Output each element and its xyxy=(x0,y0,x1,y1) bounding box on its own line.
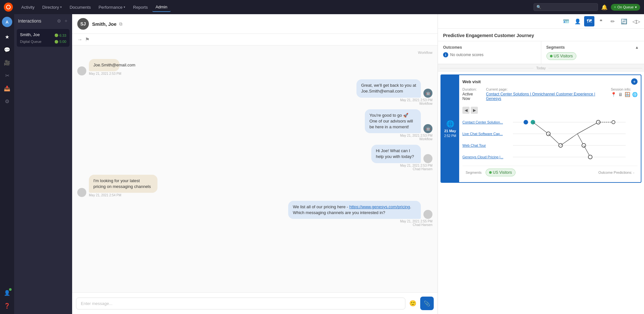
copy-icon[interactable]: ⧉ xyxy=(119,21,122,27)
journey-node[interactable] xyxy=(588,155,592,159)
svg-line-6 xyxy=(561,134,577,145)
sidebar-icon-chat[interactable]: 💬 xyxy=(1,44,13,55)
journey-title: Predictive Engagement Customer Journey xyxy=(443,33,534,38)
chat-contact-name: Smith, Joe xyxy=(92,21,117,27)
info-icon: i xyxy=(443,52,448,57)
chat-area: SJ Smith, Joe ⧉ → ⚑ Workflow Joe.Smith@e… xyxy=(72,14,438,314)
page-label-2[interactable]: Web Chat Tour xyxy=(462,143,504,147)
sidebar-icon-star[interactable]: ★ xyxy=(1,31,13,43)
nav-reports[interactable]: Reports xyxy=(130,3,151,12)
app-logo xyxy=(4,3,13,12)
msg-avatar xyxy=(77,188,86,197)
interactions-add-icon[interactable]: ＋ xyxy=(64,18,68,24)
journey-header: Predictive Engagement Customer Journey xyxy=(438,29,644,41)
web-visit-details: Duration: Active Now Current page: Conta… xyxy=(462,87,638,101)
web-visit-footer: Segments US Visitors Outcome Predictions… xyxy=(462,166,638,179)
transfer-icon[interactable]: → xyxy=(77,37,82,43)
message-row: We list all of our pricing here - https:… xyxy=(200,201,432,219)
web-visit-content: Web visit + Duration: Active Now Current… xyxy=(459,75,641,182)
location-icon: 📍 xyxy=(611,92,616,97)
main-layout: A ★ 💬 🎥 ✂ 📥 ⚙ 👤 ❓ Interactions ⚙ ＋ Smith… xyxy=(0,14,644,314)
edit-icon[interactable]: ✏ xyxy=(607,16,618,26)
message-group: You're good to go 🚀One of our advisors w… xyxy=(77,109,432,141)
person-icon[interactable]: 👤 xyxy=(573,16,583,26)
right-panel-toolbar: 🪪 👤 🗺 ❝ ✏ 🔄 ◁▷ xyxy=(438,14,644,29)
nav-activity[interactable]: Activity xyxy=(18,3,38,12)
journey-node[interactable] xyxy=(612,121,615,124)
agent-avatar xyxy=(423,210,432,219)
web-visit-card: 🌐 21 May 2:52 PM Web visit + Duration: A… xyxy=(440,74,641,183)
outcomes-segments-area: Outcomes i No outcome scores Segments ▲ … xyxy=(438,41,644,64)
agent-avatar xyxy=(423,154,432,163)
interactions-settings-icon[interactable]: ⚙ xyxy=(57,18,61,24)
bot-avatar: 🤖 xyxy=(423,89,432,98)
nav-performance[interactable]: Performance ▾ xyxy=(95,3,128,12)
page-label-0[interactable]: Contact Center Solution... xyxy=(462,120,504,124)
segments-panel: Segments ▲ US Visitors xyxy=(541,41,644,64)
sidebar-icon-person[interactable]: 👤 xyxy=(1,287,13,299)
status-dot xyxy=(614,6,616,8)
page-label-row: Live Chat Software Cap... xyxy=(462,128,504,140)
svg-line-5 xyxy=(548,134,561,145)
web-visit-time: 2:52 PM xyxy=(444,134,456,138)
web-visit-date-bar: 🌐 21 May 2:52 PM xyxy=(441,75,459,182)
message-row: I'm looking for your latest pricing on m… xyxy=(77,175,432,197)
outcomes-label: Outcomes xyxy=(443,45,536,50)
msg-bubble: We list all of our pricing here - https:… xyxy=(288,201,421,219)
pricing-link[interactable]: https://www.genesys.com/pricing xyxy=(349,204,410,209)
segment-dot xyxy=(550,55,553,57)
segments-collapse-icon[interactable]: ▲ xyxy=(635,45,639,50)
message-group: We list all of our pricing here - https:… xyxy=(77,201,432,227)
top-navigation: Activity Directory ▾ Documents Performan… xyxy=(0,0,644,14)
web-visit-title: Web visit xyxy=(462,79,481,84)
segment-name: US Visitors xyxy=(554,54,573,58)
workflow-label-1: Workflow xyxy=(77,51,432,54)
session-info-detail: Session info: 📍 🖥 🪟 🌐 xyxy=(611,87,638,101)
msg-meta: May 21, 2021 2:53 PM Workflow xyxy=(400,134,432,141)
send-button[interactable]: 📎 xyxy=(420,297,434,310)
current-page-link[interactable]: Contact Center Solutions | Omnichannel C… xyxy=(486,92,606,101)
page-label-1[interactable]: Live Chat Software Cap... xyxy=(462,132,504,136)
interaction-timer-1: 🟢 6:33 xyxy=(54,34,66,37)
message-input[interactable] xyxy=(76,298,405,309)
segment-dot xyxy=(489,171,492,174)
contact-card-icon[interactable]: 🪪 xyxy=(561,16,571,26)
search-input[interactable] xyxy=(543,5,595,9)
quote-icon[interactable]: ❝ xyxy=(596,16,606,26)
journey-chart: ◀ ▶ Contact Center Solution... Live Chat… xyxy=(462,104,638,166)
segments-label: Segments xyxy=(546,45,565,50)
footer-segment-value: US Visitors xyxy=(493,170,512,175)
msg-meta: May 21, 2021 2:53 PM Workflow xyxy=(400,98,432,105)
avatar[interactable]: A xyxy=(2,17,12,27)
browser-icon: 🌐 xyxy=(632,92,638,97)
outcomes-panel: Outcomes i No outcome scores xyxy=(438,41,541,64)
web-visit-month: 21 May xyxy=(444,129,456,133)
sidebar-icon-scissors[interactable]: ✂ xyxy=(1,70,13,81)
expand-button[interactable]: + xyxy=(631,78,638,85)
web-visit-title-row: Web visit + xyxy=(462,78,638,85)
panel-expand-icon[interactable]: ◁▷ xyxy=(632,18,640,25)
msg-bubble: You're good to go 🚀One of our advisors w… xyxy=(365,109,421,133)
nav-documents[interactable]: Documents xyxy=(66,3,94,12)
sidebar-icon-inbox[interactable]: 📥 xyxy=(1,83,13,94)
segments-header: Segments ▲ xyxy=(546,45,639,50)
page-label-row: Web Chat Tour xyxy=(462,140,504,151)
chart-next-button[interactable]: ▶ xyxy=(471,107,478,114)
nav-admin[interactable]: Admin xyxy=(152,3,171,12)
emoji-button[interactable]: 🙂 xyxy=(408,299,418,308)
sidebar-icon-settings[interactable]: ⚙ xyxy=(1,95,13,107)
page-label-3[interactable]: Genesys Cloud Pricing |... xyxy=(462,155,504,159)
chart-prev-button[interactable]: ◀ xyxy=(462,107,469,114)
global-search[interactable]: 🔍 xyxy=(534,3,598,11)
journey-node[interactable] xyxy=(524,120,528,124)
messages-container: Workflow Joe.Smith@email.com May 21, 202… xyxy=(72,45,438,292)
refresh-icon[interactable]: 🔄 xyxy=(619,16,629,26)
agent-status-button[interactable]: On Queue ▾ xyxy=(611,4,640,11)
sidebar-icon-video[interactable]: 🎥 xyxy=(1,57,13,68)
journey-icon[interactable]: 🗺 xyxy=(584,16,594,26)
sidebar-icon-help[interactable]: ❓ xyxy=(1,300,13,311)
notifications-bell-icon[interactable]: 🔔 xyxy=(599,2,610,12)
interaction-item[interactable]: Smith, Joe 🟢 6:33 Digital Queue 🟢 5:00 xyxy=(17,29,70,47)
nav-directory[interactable]: Directory ▾ xyxy=(39,3,65,12)
flag-icon[interactable]: ⚑ xyxy=(85,36,90,43)
